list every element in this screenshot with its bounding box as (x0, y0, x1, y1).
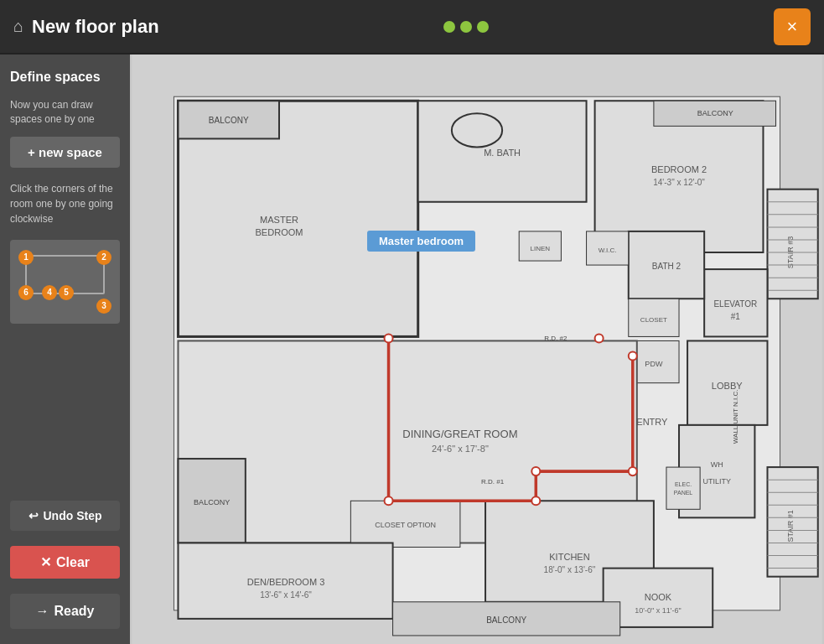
svg-point-82 (531, 467, 540, 475)
svg-text:LOBBY: LOBBY (712, 381, 743, 391)
svg-text:R.D. #2: R.D. #2 (544, 335, 567, 342)
svg-text:BALCONY: BALCONY (697, 109, 733, 117)
header: ⌂ New floor plan × (0, 0, 824, 55)
svg-point-79 (385, 334, 393, 342)
svg-text:M. BATH: M. BATH (484, 148, 521, 158)
svg-point-85 (629, 352, 637, 361)
svg-text:BALCONY: BALCONY (194, 498, 230, 506)
svg-text:CLOSET OPTION: CLOSET OPTION (375, 521, 436, 529)
corner-2: 2 (96, 250, 111, 265)
corner-3: 3 (96, 299, 111, 314)
svg-text:LINEN: LINEN (531, 245, 551, 252)
svg-text:WALL UNIT N.I.C.: WALL UNIT N.I.C. (732, 389, 739, 444)
floorplan-area[interactable]: MASTER BEDROOM BALCONY M. BATH BEDROOM 2… (130, 55, 824, 644)
svg-text:PANEL: PANEL (674, 490, 693, 496)
svg-text:BEDROOM 2: BEDROOM 2 (651, 164, 707, 174)
header-left: ⌂ New floor plan (13, 16, 159, 38)
svg-text:ENTRY: ENTRY (636, 417, 668, 427)
dot-1 (443, 21, 455, 33)
ready-label: Ready (54, 604, 94, 619)
svg-text:WH: WH (711, 460, 723, 469)
svg-text:ELEVATOR: ELEVATOR (713, 299, 757, 309)
clear-label: Clear (56, 555, 90, 570)
sidebar: Define spaces Now you can draw spaces on… (0, 55, 130, 644)
svg-text:14'-3" x 12'-0": 14'-3" x 12'-0" (653, 178, 705, 187)
svg-text:DEN/BEDROOM 3: DEN/BEDROOM 3 (247, 577, 325, 587)
sidebar-spacer (10, 334, 120, 491)
undo-label: Undo Step (44, 509, 102, 522)
svg-text:ELEC.: ELEC. (675, 481, 692, 487)
svg-text:BATH 2: BATH 2 (652, 262, 681, 271)
svg-text:BALCONY: BALCONY (209, 116, 249, 125)
svg-text:STAIR #1: STAIR #1 (786, 510, 795, 542)
main-layout: Define spaces Now you can draw spaces on… (0, 55, 824, 644)
define-spaces-title: Define spaces (10, 70, 120, 85)
dot-3 (477, 21, 489, 33)
svg-point-84 (595, 334, 604, 342)
svg-text:24'-6" x 17'-8": 24'-6" x 17'-8" (432, 444, 489, 454)
master-bedroom-label: Master bedroom (367, 231, 475, 252)
define-spaces-desc: Now you can draw spaces one by one (10, 98, 120, 127)
corner-4: 4 (42, 285, 57, 300)
svg-text:UTILITY: UTILITY (702, 477, 731, 486)
svg-text:18'-0" x 13'-6": 18'-0" x 13'-6" (544, 565, 596, 574)
svg-rect-74 (666, 467, 700, 509)
svg-text:NOOK: NOOK (645, 592, 672, 602)
corner-6: 6 (18, 285, 34, 300)
corner-1: 1 (18, 250, 34, 265)
close-button[interactable]: × (774, 8, 811, 45)
home-icon: ⌂ (13, 17, 23, 36)
svg-point-83 (629, 467, 637, 475)
ready-icon: → (35, 604, 49, 619)
svg-text:CLOSET: CLOSET (640, 316, 667, 324)
undo-button[interactable]: ↩ Undo Step (10, 501, 120, 531)
svg-text:PDW: PDW (645, 360, 663, 368)
new-space-button[interactable]: + new space (10, 137, 120, 168)
svg-text:13'-6" x 14'-6": 13'-6" x 14'-6" (260, 590, 312, 600)
svg-text:KITCHEN: KITCHEN (549, 552, 589, 562)
svg-text:#1: #1 (731, 312, 741, 321)
corner-5: 5 (59, 285, 74, 300)
floorplan-svg: MASTER BEDROOM BALCONY M. BATH BEDROOM 2… (130, 55, 824, 644)
dot-2 (460, 21, 472, 33)
svg-text:R.D. #1: R.D. #1 (481, 478, 505, 486)
header-dots (443, 21, 489, 33)
ready-button[interactable]: → Ready (10, 594, 120, 629)
svg-text:10'-0" x 11'-6": 10'-0" x 11'-6" (635, 606, 681, 615)
svg-point-80 (385, 496, 393, 505)
svg-text:DINING/GREAT ROOM: DINING/GREAT ROOM (402, 428, 517, 440)
svg-text:W.I.C.: W.I.C. (599, 247, 617, 254)
clear-button[interactable]: ✕ Clear (10, 546, 120, 579)
svg-text:BEDROOM: BEDROOM (255, 227, 303, 237)
svg-text:MASTER: MASTER (260, 215, 298, 225)
instructions-text: Click the corners of the room one by one… (10, 181, 120, 226)
undo-icon: ↩ (29, 509, 39, 522)
clear-icon: ✕ (40, 554, 51, 570)
corner-diagram: 1 2 3 4 5 6 (10, 240, 120, 324)
svg-point-81 (531, 496, 540, 505)
svg-text:BALCONY: BALCONY (486, 615, 526, 625)
app-title: New floor plan (32, 16, 159, 38)
